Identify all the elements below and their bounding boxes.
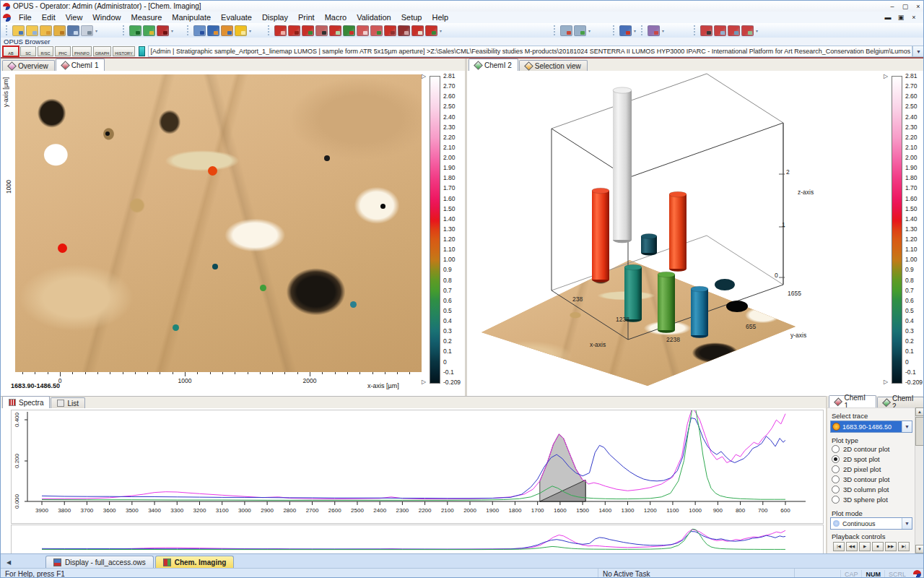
conformity-2-icon[interactable] xyxy=(343,25,355,36)
swap-view-icon[interactable] xyxy=(221,25,233,36)
conformity-icon[interactable] xyxy=(329,25,341,36)
integrate-icon[interactable] xyxy=(274,25,287,36)
toolbar-overflow-icon[interactable]: ▾ xyxy=(662,28,664,33)
open-folder-icon[interactable] xyxy=(40,25,52,36)
tab-scroll-left-icon[interactable]: ◀ xyxy=(4,557,14,568)
dropdown-arrow-icon[interactable]: ▼ xyxy=(902,518,912,529)
measurement-spot[interactable] xyxy=(173,324,179,331)
select-trace-dropdown[interactable]: 1683.90-1486.50 ▼ xyxy=(830,420,912,433)
mdi-close-button[interactable]: × xyxy=(907,13,920,22)
file-block-icon[interactable] xyxy=(139,46,145,56)
scroll-thumb[interactable] xyxy=(915,417,924,446)
save-icon[interactable] xyxy=(67,25,79,36)
plot-type-option-3d-sphere-plot[interactable]: 3D sphere plot xyxy=(832,495,888,504)
scroll-up-icon[interactable]: ▲ xyxy=(915,407,924,416)
menu-display[interactable]: Display xyxy=(257,12,293,23)
measurement-spot[interactable] xyxy=(208,166,217,176)
plot-mode-dropdown[interactable]: Continuous ▼ xyxy=(830,517,912,530)
quick-identity-icon[interactable] xyxy=(302,25,314,36)
sidebar-tab-chemi-2[interactable]: ChemI 2 xyxy=(877,397,924,407)
tab-chemi-2[interactable]: ChemI 2 xyxy=(468,59,518,71)
skip-start-button[interactable]: |◀ xyxy=(833,542,845,551)
scale-bottom-marker-icon[interactable]: ▷ xyxy=(884,379,888,385)
brightness-icon[interactable] xyxy=(235,25,247,36)
play-button[interactable]: ▶ xyxy=(859,542,871,551)
measurement-spot[interactable] xyxy=(58,243,67,253)
scale-top-marker-icon[interactable]: ▷ xyxy=(422,73,426,79)
average-icon[interactable] xyxy=(384,25,396,36)
mdi-restore-button[interactable]: ▣ xyxy=(894,13,907,22)
fast-forward-button[interactable]: ▶▶ xyxy=(885,542,897,551)
menu-file[interactable]: File xyxy=(14,12,37,23)
quant-2-icon[interactable] xyxy=(370,25,383,36)
tab-list[interactable]: List xyxy=(51,397,85,408)
menu-evaluate[interactable]: Evaluate xyxy=(216,12,257,23)
data-block-rsc[interactable]: R/SC xyxy=(38,46,53,56)
menu-view[interactable]: View xyxy=(61,12,88,23)
toolbar-overflow-icon[interactable]: ▾ xyxy=(588,28,590,33)
scale-top-marker-icon[interactable]: ▷ xyxy=(884,73,888,79)
toolbar-overflow-icon[interactable]: ▾ xyxy=(249,28,251,33)
open-file-icon[interactable] xyxy=(12,25,25,36)
new-plot-window-icon[interactable] xyxy=(619,25,632,36)
toolbar-overflow-icon[interactable]: ▾ xyxy=(756,28,758,33)
load-file-icon[interactable] xyxy=(26,25,38,36)
tab-overview[interactable]: Overview xyxy=(2,60,55,71)
measurement-spot[interactable] xyxy=(324,155,330,161)
workspace-tab-chem--imaging[interactable]: Chem. Imaging xyxy=(155,556,235,569)
data-block-history[interactable]: HISTORY xyxy=(113,46,134,56)
plot-type-option-3d-contour-plot[interactable]: 3D contour plot xyxy=(832,475,889,483)
close-button[interactable]: × xyxy=(912,2,924,11)
sidebar-scrollbar[interactable]: ▲ ▼ xyxy=(915,407,924,553)
plot-type-option-3d-column-plot[interactable]: 3D column plot xyxy=(832,485,889,493)
video-window-icon[interactable] xyxy=(560,25,572,36)
measurement-spot[interactable] xyxy=(350,301,357,308)
scale-bottom-marker-icon[interactable]: ▷ xyxy=(422,379,426,385)
macro-2-icon[interactable] xyxy=(425,25,437,36)
data-block-ab[interactable]: AB xyxy=(3,46,19,56)
imaging-table-icon[interactable] xyxy=(714,25,726,36)
measurement-spot[interactable] xyxy=(212,264,218,269)
curve-fit-icon[interactable] xyxy=(315,25,328,36)
toolbar-overflow-icon[interactable]: ▾ xyxy=(95,28,97,33)
mdi-minimize-button[interactable]: ▬ xyxy=(881,13,894,22)
plot-type-option-2d-spot-plot[interactable]: 2D spot plot xyxy=(832,454,880,463)
measure-background-icon[interactable] xyxy=(143,25,155,36)
data-block-sc[interactable]: SC xyxy=(20,46,36,56)
stop-button[interactable]: ■ xyxy=(872,542,884,551)
peak-pick-icon[interactable] xyxy=(288,25,300,36)
menu-edit[interactable]: Edit xyxy=(37,12,61,23)
undo-icon[interactable] xyxy=(81,25,93,36)
select-region-icon[interactable] xyxy=(700,25,712,36)
plot-type-option-2d-pixel-plot[interactable]: 2D pixel plot xyxy=(832,465,881,473)
measure-repeat-icon[interactable] xyxy=(157,25,169,36)
dropdown-arrow-icon[interactable]: ▼ xyxy=(902,421,912,432)
sidebar-tab-chemi-1[interactable]: ChemI 1 xyxy=(829,395,876,407)
overview-spectra-strip[interactable] xyxy=(11,525,824,554)
tab-selection-view[interactable]: Selection view xyxy=(519,60,588,71)
cluster-icon[interactable] xyxy=(398,25,410,36)
skip-end-button[interactable]: ▶| xyxy=(898,542,910,551)
menu-validation[interactable]: Validation xyxy=(352,12,396,23)
spectra-plot-area[interactable]: 3900380037003600350034003300320031003000… xyxy=(11,410,824,524)
file-path-box[interactable]: [Admin | Stratigraphic sample_Artport_1_… xyxy=(148,46,912,57)
toolbar-overflow-icon[interactable]: ▾ xyxy=(440,28,442,33)
menu-print[interactable]: Print xyxy=(293,12,320,23)
tab-spectra[interactable]: Spectra xyxy=(2,396,50,408)
plot-type-option-2d-contour-plot[interactable]: 2D contour plot xyxy=(832,444,889,453)
data-block-phnfo[interactable]: PH/NFO xyxy=(72,46,92,56)
imaging-view-icon[interactable] xyxy=(728,25,740,36)
quant-icon[interactable] xyxy=(357,25,369,36)
measurement-spot[interactable] xyxy=(380,204,385,209)
toolbar-overflow-icon[interactable]: ▾ xyxy=(634,28,636,33)
data-block-phc[interactable]: PHC xyxy=(55,46,71,56)
folder-archive-icon[interactable] xyxy=(53,25,66,36)
microscope-image[interactable] xyxy=(15,74,422,372)
menu-measure[interactable]: Measure xyxy=(126,12,167,23)
tab-chemi-1[interactable]: ChemI 1 xyxy=(56,59,105,71)
column-3d-plot[interactable]: 2101655z-axis23812382238655x-axisy-axis xyxy=(467,72,889,397)
scroll-down-icon[interactable]: ▼ xyxy=(915,545,924,553)
menu-setup[interactable]: Setup xyxy=(396,12,427,23)
imaging-fit-icon[interactable] xyxy=(741,25,754,36)
macro-icon[interactable] xyxy=(411,25,424,36)
